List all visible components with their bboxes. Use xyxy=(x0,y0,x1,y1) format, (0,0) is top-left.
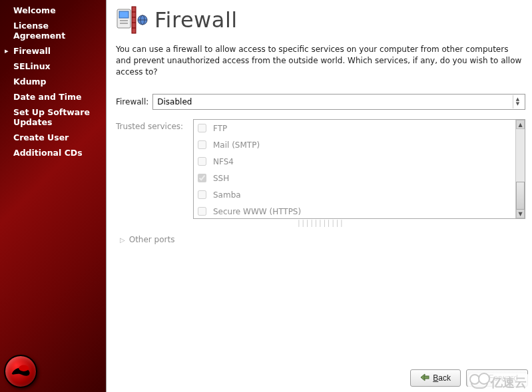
sidebar: Welcome License Agreement Firewall SELin… xyxy=(0,0,106,392)
svg-rect-13 xyxy=(424,376,429,379)
watermark: 亿速云 xyxy=(468,373,529,392)
scrollbar[interactable]: ▲ ▼ xyxy=(515,120,525,218)
service-item-https[interactable]: Secure WWW (HTTPS) xyxy=(194,203,515,218)
service-label: Secure WWW (HTTPS) xyxy=(213,207,301,216)
page-header: Firewall xyxy=(116,5,525,35)
svg-rect-3 xyxy=(120,20,128,21)
svg-point-0 xyxy=(19,365,29,372)
service-label: SSH xyxy=(213,174,229,183)
firewall-icon xyxy=(116,5,148,35)
sidebar-item-welcome[interactable]: Welcome xyxy=(0,3,106,18)
firewall-combobox-value: Disabled xyxy=(157,97,192,106)
service-label: FTP xyxy=(213,124,227,133)
svg-rect-4 xyxy=(120,23,128,24)
service-item-ssh[interactable]: SSH xyxy=(194,170,515,186)
sidebar-item-additional-cds[interactable]: Additional CDs xyxy=(0,145,106,160)
firewall-select-row: Firewall: Disabled ▲▼ xyxy=(116,94,525,110)
service-checkbox-samba[interactable] xyxy=(198,190,206,199)
cloud-icon xyxy=(471,377,488,389)
arrow-left-icon xyxy=(420,373,429,383)
svg-rect-2 xyxy=(119,11,129,18)
scroll-up-icon[interactable]: ▲ xyxy=(516,120,525,129)
service-checkbox-ftp[interactable] xyxy=(198,124,206,132)
other-ports-label: Other ports xyxy=(129,235,175,244)
svg-rect-5 xyxy=(132,7,136,33)
scroll-track[interactable] xyxy=(516,129,525,209)
watermark-text: 亿速云 xyxy=(491,375,527,391)
description-text: You can use a firewall to allow access t… xyxy=(116,44,525,78)
sidebar-item-license[interactable]: License Agreement xyxy=(0,18,106,43)
back-button[interactable]: Back xyxy=(410,369,461,387)
scroll-down-icon[interactable]: ▼ xyxy=(516,209,525,218)
service-item-samba[interactable]: Samba xyxy=(194,186,515,203)
main-panel: Firewall You can use a firewall to allow… xyxy=(106,0,532,392)
trusted-services-list: FTP Mail (SMTP) NFS4 SSH Samba xyxy=(193,119,525,219)
firewall-combobox[interactable]: Disabled ▲▼ xyxy=(152,94,525,110)
sidebar-item-kdump[interactable]: Kdump xyxy=(0,74,106,89)
trusted-services-row: Trusted services: FTP Mail (SMTP) NFS4 S… xyxy=(116,119,525,219)
service-checkbox-nfs4[interactable] xyxy=(198,157,206,166)
redhat-logo-icon xyxy=(4,355,37,388)
scroll-thumb[interactable] xyxy=(516,182,525,210)
service-label: NFS4 xyxy=(213,157,234,166)
sidebar-item-selinux[interactable]: SELinux xyxy=(0,59,106,74)
other-ports-expander[interactable]: ▷ Other ports xyxy=(116,235,525,244)
page-title: Firewall xyxy=(154,7,238,33)
service-checkbox-mail[interactable] xyxy=(198,140,206,149)
sidebar-item-firewall[interactable]: Firewall xyxy=(0,43,106,59)
resize-grip-icon[interactable]: │││││││││││ xyxy=(116,220,525,227)
service-item-mail[interactable]: Mail (SMTP) xyxy=(194,136,515,153)
service-item-ftp[interactable]: FTP xyxy=(194,120,515,136)
service-label: Samba xyxy=(213,190,241,200)
firewall-label: Firewall: xyxy=(116,97,148,106)
service-item-nfs4[interactable]: NFS4 xyxy=(194,153,515,170)
service-checkbox-https[interactable] xyxy=(198,207,206,216)
sidebar-item-datetime[interactable]: Date and Time xyxy=(0,89,106,104)
chevron-right-icon: ▷ xyxy=(120,236,125,244)
trusted-services-label: Trusted services: xyxy=(116,119,188,131)
sidebar-item-create-user[interactable]: Create User xyxy=(0,130,106,145)
combobox-spinner-icon[interactable]: ▲▼ xyxy=(513,95,522,108)
sidebar-item-software-updates[interactable]: Set Up Software Updates xyxy=(0,104,106,130)
service-label: Mail (SMTP) xyxy=(213,140,260,150)
service-checkbox-ssh[interactable] xyxy=(198,174,206,182)
